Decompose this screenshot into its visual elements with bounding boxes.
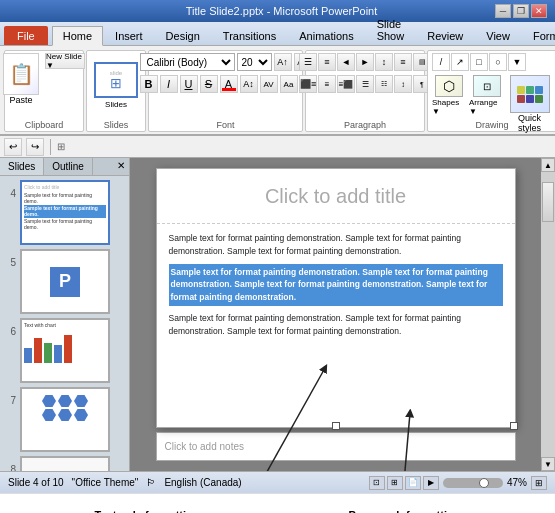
ribbon: 📋 Paste New Slide ▼ Clipboard slide ⊞ Sl…: [0, 46, 555, 136]
slides-tab[interactable]: Slides: [0, 158, 44, 175]
notes-area[interactable]: Click to add notes: [156, 432, 516, 461]
slide-panel-tabs: Slides Outline ✕: [0, 158, 129, 176]
slide-6-content: Text with chart: [24, 322, 106, 363]
tab-home[interactable]: Home: [52, 26, 103, 46]
tab-slideshow[interactable]: Slide Show: [366, 14, 416, 45]
text-block-3: Sample text for format painting demonstr…: [169, 312, 503, 338]
slide-thumbnail-4[interactable]: 4 Click to add title Sample text for for…: [4, 180, 125, 245]
paragraph-group: ☰ ≡ ◄ ► ↕ ≡ ▤ ⬛≡ ≡ ≡⬛ ☰ ☷ ↕ ¶ Paragraph: [305, 50, 425, 132]
window-title: Title Slide2.pptx - Microsoft PowerPoint: [68, 5, 495, 17]
scroll-thumb[interactable]: [542, 182, 554, 222]
tab-design[interactable]: Design: [155, 26, 211, 45]
slide-sorter-button[interactable]: ⊞: [387, 476, 403, 490]
outline-tab[interactable]: Outline: [44, 158, 93, 175]
tab-insert[interactable]: Insert: [104, 26, 154, 45]
tab-transitions[interactable]: Transitions: [212, 26, 287, 45]
decrease-indent-button[interactable]: ◄: [337, 53, 355, 71]
shape-oval[interactable]: ○: [489, 53, 507, 71]
increase-indent-button[interactable]: ►: [356, 53, 374, 71]
align-right-button[interactable]: ≡⬛: [337, 75, 355, 93]
slide-number-4: 4: [4, 188, 16, 199]
redo-button[interactable]: ↪: [26, 138, 44, 156]
slide-thumb-image-4[interactable]: Click to add title Sample text for forma…: [20, 180, 110, 245]
hex-4: [42, 409, 56, 421]
align-text-button[interactable]: ≡: [394, 53, 412, 71]
slide-thumb-image-8[interactable]: [20, 456, 110, 471]
shape-more[interactable]: ▼: [508, 53, 526, 71]
window-controls[interactable]: ─ ❐ ✕: [495, 4, 547, 18]
list-align-row: ☰ ≡ ◄ ► ↕ ≡ ▤: [299, 53, 431, 71]
tab-review[interactable]: Review: [416, 26, 474, 45]
shape-arrow[interactable]: ↗: [451, 53, 469, 71]
slide-title-area[interactable]: Click to add title: [157, 169, 515, 224]
shape-rect[interactable]: □: [470, 53, 488, 71]
notes-placeholder: Click to add notes: [165, 441, 245, 452]
tab-format[interactable]: Format: [522, 26, 555, 45]
char-spacing-button[interactable]: AV: [260, 75, 278, 93]
numbering-button[interactable]: ≡: [318, 53, 336, 71]
shapes-grid: / ↗ □ ○ ▼: [432, 53, 526, 71]
zoom-indicator: ⊞: [57, 141, 65, 152]
scroll-track[interactable]: [541, 172, 555, 457]
italic-button[interactable]: I: [160, 75, 178, 93]
restore-button[interactable]: ❐: [513, 4, 529, 18]
slide-thumbnail-8[interactable]: 8: [4, 456, 125, 471]
slide-thumb-image-6[interactable]: Text with chart: [20, 318, 110, 383]
justify-button[interactable]: ☰: [356, 75, 374, 93]
col-button[interactable]: ☷: [375, 75, 393, 93]
status-right: ⊡ ⊞ 📄 ▶ 47% ⊞: [369, 476, 547, 490]
text-block-3-text: Sample text for format painting demonstr…: [169, 313, 461, 336]
tab-file[interactable]: File: [4, 26, 48, 45]
undo-button[interactable]: ↩: [4, 138, 22, 156]
text-direction-button[interactable]: ↕: [375, 53, 393, 71]
bar-4: [54, 345, 62, 363]
resize-handle-bm[interactable]: [332, 422, 340, 430]
slide-thumbnail-7[interactable]: 7: [4, 387, 125, 452]
increase-font-button[interactable]: A↑: [274, 53, 292, 71]
tab-animations[interactable]: Animations: [288, 26, 364, 45]
strikethrough-button[interactable]: S: [200, 75, 218, 93]
font-color-button[interactable]: A: [220, 75, 238, 93]
clipboard-group: 📋 Paste New Slide ▼ Clipboard: [4, 50, 84, 132]
font-family-select[interactable]: Calibri (Body): [140, 53, 235, 71]
font-size-select[interactable]: 20: [237, 53, 272, 71]
underline-button[interactable]: U: [180, 75, 198, 93]
slides-label: Slides: [105, 100, 127, 109]
scroll-down-button[interactable]: ▼: [541, 457, 555, 471]
text-shadow-button[interactable]: A↕: [240, 75, 258, 93]
zoom-thumb[interactable]: [479, 478, 489, 488]
slideshow-button[interactable]: ▶: [423, 476, 439, 490]
minimize-button[interactable]: ─: [495, 4, 511, 18]
slide-thumbnail-6[interactable]: 6 Text with chart: [4, 318, 125, 383]
align-left-button[interactable]: ⬛≡: [299, 75, 317, 93]
scroll-up-button[interactable]: ▲: [541, 158, 555, 172]
right-scrollbar[interactable]: ▲ ▼: [541, 158, 555, 471]
hex-1: [42, 395, 56, 407]
change-case-button[interactable]: Aa: [280, 75, 298, 93]
new-slide-button-main[interactable]: slide ⊞ Slides: [94, 62, 138, 109]
bullets-button[interactable]: ☰: [299, 53, 317, 71]
slide-main[interactable]: Click to add title Sample text for forma…: [156, 168, 516, 428]
slide-thumb-icon: slide ⊞: [94, 62, 138, 98]
reading-view-button[interactable]: 📄: [405, 476, 421, 490]
resize-handle-br[interactable]: [510, 422, 518, 430]
slide-thumb-image-5[interactable]: P: [20, 249, 110, 314]
slide-thumb-image-7[interactable]: [20, 387, 110, 452]
bold-button[interactable]: B: [140, 75, 158, 93]
close-panel-button[interactable]: ✕: [113, 158, 129, 175]
zoom-slider[interactable]: [443, 478, 503, 488]
shape-line[interactable]: /: [432, 53, 450, 71]
align-center-button[interactable]: ≡: [318, 75, 336, 93]
fit-window-button[interactable]: ⊞: [531, 476, 547, 490]
line-spacing-button[interactable]: ↕: [394, 75, 412, 93]
slide-thumbnail-5[interactable]: 5 P: [4, 249, 125, 314]
tab-view[interactable]: View: [475, 26, 521, 45]
close-button[interactable]: ✕: [531, 4, 547, 18]
title-placeholder: Click to add title: [265, 185, 406, 208]
left-annotation-label: Text only formatting: [95, 509, 200, 514]
paste-icon: 📋: [3, 53, 39, 95]
normal-view-button[interactable]: ⊡: [369, 476, 385, 490]
hex-6: [74, 409, 88, 421]
new-slide-button[interactable]: New Slide ▼: [45, 53, 85, 69]
paste-button[interactable]: 📋 Paste: [3, 53, 39, 105]
